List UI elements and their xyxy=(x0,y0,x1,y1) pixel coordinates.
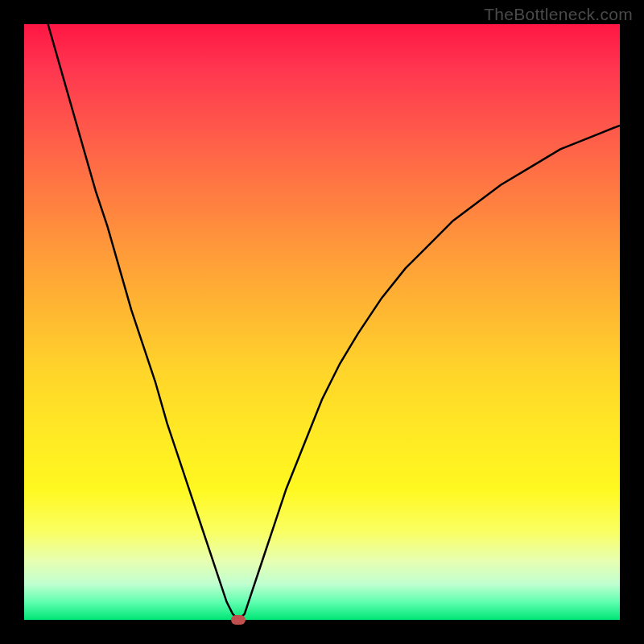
optimum-marker xyxy=(231,615,246,625)
attribution-text: TheBottleneck.com xyxy=(484,5,633,24)
bottleneck-curve xyxy=(24,24,620,620)
chart-plot-area xyxy=(24,24,620,620)
